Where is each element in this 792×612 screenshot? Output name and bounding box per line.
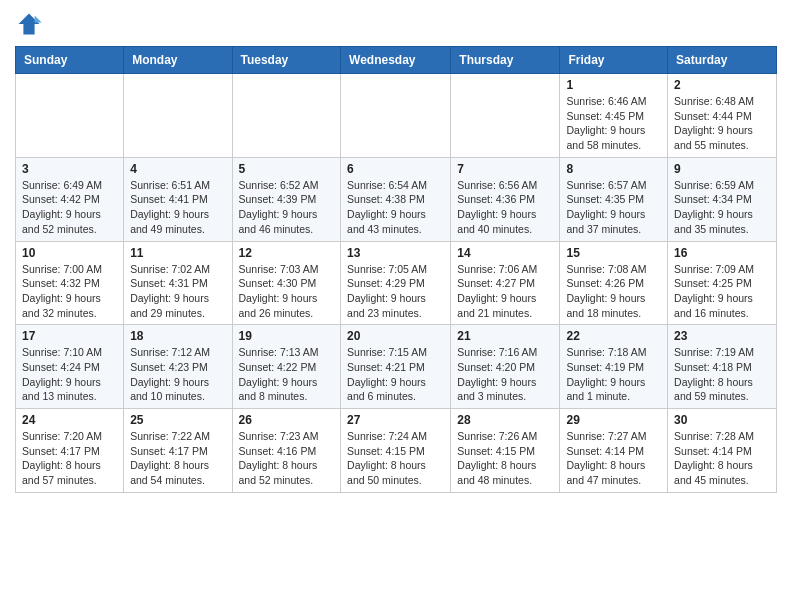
day-number: 2: [674, 78, 770, 92]
day-number: 6: [347, 162, 444, 176]
calendar-cell: 2Sunrise: 6:48 AM Sunset: 4:44 PM Daylig…: [668, 74, 777, 158]
day-info: Sunrise: 7:13 AM Sunset: 4:22 PM Dayligh…: [239, 345, 335, 404]
day-info: Sunrise: 7:03 AM Sunset: 4:30 PM Dayligh…: [239, 262, 335, 321]
calendar-cell: 24Sunrise: 7:20 AM Sunset: 4:17 PM Dayli…: [16, 409, 124, 493]
calendar-cell: 5Sunrise: 6:52 AM Sunset: 4:39 PM Daylig…: [232, 157, 341, 241]
weekday-header-tuesday: Tuesday: [232, 47, 341, 74]
day-number: 11: [130, 246, 225, 260]
calendar-cell: 9Sunrise: 6:59 AM Sunset: 4:34 PM Daylig…: [668, 157, 777, 241]
day-info: Sunrise: 7:09 AM Sunset: 4:25 PM Dayligh…: [674, 262, 770, 321]
logo-icon: [15, 10, 43, 38]
calendar-week-row: 17Sunrise: 7:10 AM Sunset: 4:24 PM Dayli…: [16, 325, 777, 409]
calendar-cell: [16, 74, 124, 158]
calendar-cell: 27Sunrise: 7:24 AM Sunset: 4:15 PM Dayli…: [341, 409, 451, 493]
day-info: Sunrise: 7:19 AM Sunset: 4:18 PM Dayligh…: [674, 345, 770, 404]
day-info: Sunrise: 7:02 AM Sunset: 4:31 PM Dayligh…: [130, 262, 225, 321]
day-number: 20: [347, 329, 444, 343]
day-info: Sunrise: 7:22 AM Sunset: 4:17 PM Dayligh…: [130, 429, 225, 488]
day-info: Sunrise: 6:52 AM Sunset: 4:39 PM Dayligh…: [239, 178, 335, 237]
day-info: Sunrise: 6:57 AM Sunset: 4:35 PM Dayligh…: [566, 178, 661, 237]
day-info: Sunrise: 7:20 AM Sunset: 4:17 PM Dayligh…: [22, 429, 117, 488]
day-number: 27: [347, 413, 444, 427]
day-info: Sunrise: 7:26 AM Sunset: 4:15 PM Dayligh…: [457, 429, 553, 488]
day-number: 25: [130, 413, 225, 427]
day-info: Sunrise: 6:49 AM Sunset: 4:42 PM Dayligh…: [22, 178, 117, 237]
day-info: Sunrise: 7:28 AM Sunset: 4:14 PM Dayligh…: [674, 429, 770, 488]
calendar-cell: 7Sunrise: 6:56 AM Sunset: 4:36 PM Daylig…: [451, 157, 560, 241]
calendar-cell: 10Sunrise: 7:00 AM Sunset: 4:32 PM Dayli…: [16, 241, 124, 325]
day-number: 17: [22, 329, 117, 343]
day-number: 16: [674, 246, 770, 260]
day-info: Sunrise: 7:16 AM Sunset: 4:20 PM Dayligh…: [457, 345, 553, 404]
day-number: 4: [130, 162, 225, 176]
day-info: Sunrise: 7:23 AM Sunset: 4:16 PM Dayligh…: [239, 429, 335, 488]
calendar-cell: [451, 74, 560, 158]
weekday-header-row: SundayMondayTuesdayWednesdayThursdayFrid…: [16, 47, 777, 74]
day-info: Sunrise: 7:27 AM Sunset: 4:14 PM Dayligh…: [566, 429, 661, 488]
calendar-cell: [341, 74, 451, 158]
day-info: Sunrise: 7:08 AM Sunset: 4:26 PM Dayligh…: [566, 262, 661, 321]
day-info: Sunrise: 7:05 AM Sunset: 4:29 PM Dayligh…: [347, 262, 444, 321]
calendar-header: SundayMondayTuesdayWednesdayThursdayFrid…: [16, 47, 777, 74]
day-number: 10: [22, 246, 117, 260]
day-number: 19: [239, 329, 335, 343]
day-number: 23: [674, 329, 770, 343]
page: SundayMondayTuesdayWednesdayThursdayFrid…: [0, 0, 792, 508]
day-number: 18: [130, 329, 225, 343]
calendar-week-row: 3Sunrise: 6:49 AM Sunset: 4:42 PM Daylig…: [16, 157, 777, 241]
weekday-header-saturday: Saturday: [668, 47, 777, 74]
day-info: Sunrise: 6:46 AM Sunset: 4:45 PM Dayligh…: [566, 94, 661, 153]
calendar-cell: 18Sunrise: 7:12 AM Sunset: 4:23 PM Dayli…: [124, 325, 232, 409]
calendar-cell: [232, 74, 341, 158]
calendar-cell: 19Sunrise: 7:13 AM Sunset: 4:22 PM Dayli…: [232, 325, 341, 409]
calendar-cell: 29Sunrise: 7:27 AM Sunset: 4:14 PM Dayli…: [560, 409, 668, 493]
weekday-header-monday: Monday: [124, 47, 232, 74]
calendar-week-row: 24Sunrise: 7:20 AM Sunset: 4:17 PM Dayli…: [16, 409, 777, 493]
day-info: Sunrise: 7:18 AM Sunset: 4:19 PM Dayligh…: [566, 345, 661, 404]
day-number: 22: [566, 329, 661, 343]
day-info: Sunrise: 7:24 AM Sunset: 4:15 PM Dayligh…: [347, 429, 444, 488]
calendar-cell: 13Sunrise: 7:05 AM Sunset: 4:29 PM Dayli…: [341, 241, 451, 325]
day-info: Sunrise: 7:15 AM Sunset: 4:21 PM Dayligh…: [347, 345, 444, 404]
calendar-cell: 11Sunrise: 7:02 AM Sunset: 4:31 PM Dayli…: [124, 241, 232, 325]
day-number: 13: [347, 246, 444, 260]
weekday-header-sunday: Sunday: [16, 47, 124, 74]
calendar-cell: 28Sunrise: 7:26 AM Sunset: 4:15 PM Dayli…: [451, 409, 560, 493]
calendar-cell: 4Sunrise: 6:51 AM Sunset: 4:41 PM Daylig…: [124, 157, 232, 241]
calendar-cell: [124, 74, 232, 158]
day-number: 26: [239, 413, 335, 427]
day-number: 9: [674, 162, 770, 176]
weekday-header-wednesday: Wednesday: [341, 47, 451, 74]
day-number: 14: [457, 246, 553, 260]
day-number: 30: [674, 413, 770, 427]
calendar-cell: 25Sunrise: 7:22 AM Sunset: 4:17 PM Dayli…: [124, 409, 232, 493]
day-info: Sunrise: 7:00 AM Sunset: 4:32 PM Dayligh…: [22, 262, 117, 321]
calendar: SundayMondayTuesdayWednesdayThursdayFrid…: [15, 46, 777, 493]
calendar-cell: 17Sunrise: 7:10 AM Sunset: 4:24 PM Dayli…: [16, 325, 124, 409]
calendar-cell: 12Sunrise: 7:03 AM Sunset: 4:30 PM Dayli…: [232, 241, 341, 325]
day-number: 21: [457, 329, 553, 343]
svg-marker-0: [19, 14, 40, 35]
day-info: Sunrise: 6:54 AM Sunset: 4:38 PM Dayligh…: [347, 178, 444, 237]
calendar-cell: 16Sunrise: 7:09 AM Sunset: 4:25 PM Dayli…: [668, 241, 777, 325]
calendar-week-row: 10Sunrise: 7:00 AM Sunset: 4:32 PM Dayli…: [16, 241, 777, 325]
calendar-body: 1Sunrise: 6:46 AM Sunset: 4:45 PM Daylig…: [16, 74, 777, 493]
day-number: 12: [239, 246, 335, 260]
calendar-cell: 26Sunrise: 7:23 AM Sunset: 4:16 PM Dayli…: [232, 409, 341, 493]
calendar-cell: 14Sunrise: 7:06 AM Sunset: 4:27 PM Dayli…: [451, 241, 560, 325]
day-info: Sunrise: 7:12 AM Sunset: 4:23 PM Dayligh…: [130, 345, 225, 404]
svg-marker-1: [35, 16, 42, 23]
calendar-cell: 21Sunrise: 7:16 AM Sunset: 4:20 PM Dayli…: [451, 325, 560, 409]
day-info: Sunrise: 6:48 AM Sunset: 4:44 PM Dayligh…: [674, 94, 770, 153]
day-info: Sunrise: 6:51 AM Sunset: 4:41 PM Dayligh…: [130, 178, 225, 237]
day-number: 28: [457, 413, 553, 427]
day-number: 5: [239, 162, 335, 176]
day-number: 24: [22, 413, 117, 427]
calendar-cell: 30Sunrise: 7:28 AM Sunset: 4:14 PM Dayli…: [668, 409, 777, 493]
calendar-cell: 3Sunrise: 6:49 AM Sunset: 4:42 PM Daylig…: [16, 157, 124, 241]
day-info: Sunrise: 7:06 AM Sunset: 4:27 PM Dayligh…: [457, 262, 553, 321]
day-number: 3: [22, 162, 117, 176]
day-number: 8: [566, 162, 661, 176]
logo: [15, 10, 47, 38]
day-info: Sunrise: 6:59 AM Sunset: 4:34 PM Dayligh…: [674, 178, 770, 237]
